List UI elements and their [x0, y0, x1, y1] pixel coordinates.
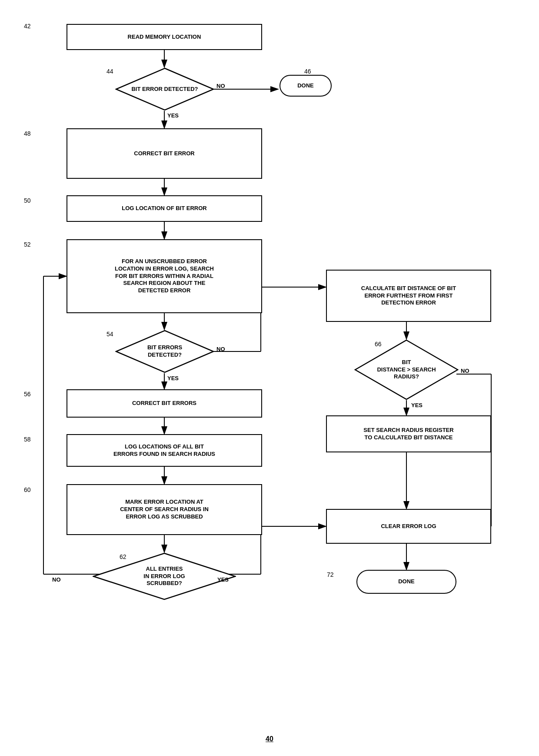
node-label-56: 56 — [24, 391, 31, 398]
node-done-2: DONE — [356, 570, 456, 594]
node-label-52: 52 — [24, 241, 31, 248]
node-all-entries-label: ALL ENTRIESIN ERROR LOGSCRUBBED? — [143, 565, 185, 588]
arrow-label-no1: NO — [216, 83, 225, 89]
node-set-search-radius: SET SEARCH RADIUS REGISTER TO CALCULATED… — [326, 415, 491, 452]
node-for-unscrubbed: FOR AN UNSCRUBBED ERROR LOCATION IN ERRO… — [67, 239, 262, 313]
node-label-60: 60 — [24, 486, 31, 493]
node-label-58: 58 — [24, 436, 31, 443]
node-correct-bit-errors: CORRECT BIT ERRORS — [67, 389, 262, 418]
node-log-location-label: LOG LOCATION OF BIT ERROR — [122, 205, 206, 212]
node-correct-bit-errors-label: CORRECT BIT ERRORS — [132, 400, 196, 407]
node-label-72: 72 — [327, 571, 334, 578]
node-clear-error-log: CLEAR ERROR LOG — [326, 509, 491, 544]
node-bit-error-detected-label: BIT ERROR DETECTED? — [131, 86, 198, 93]
node-done-1-label: DONE — [297, 82, 314, 90]
node-bit-errors-detected-label: BIT ERRORSDETECTED? — [147, 344, 182, 359]
node-calculate-bit-distance-label: CALCULATE BIT DISTANCE OF BIT ERROR FURT… — [361, 285, 456, 307]
node-bit-error-detected: BIT ERROR DETECTED? — [115, 67, 214, 111]
node-set-search-radius-label: SET SEARCH RADIUS REGISTER TO CALCULATED… — [363, 427, 453, 442]
node-correct-bit-error: CORRECT BIT ERROR — [67, 128, 262, 179]
diagram-container: 42 READ MEMORY LOCATION 44 BIT ERROR DET… — [0, 0, 539, 756]
node-bit-errors-detected: BIT ERRORSDETECTED? — [115, 330, 214, 373]
arrow-label-no4: NO — [461, 368, 469, 374]
node-clear-error-log-label: CLEAR ERROR LOG — [381, 523, 436, 530]
node-calculate-bit-distance: CALCULATE BIT DISTANCE OF BIT ERROR FURT… — [326, 270, 491, 322]
node-label-48: 48 — [24, 130, 31, 137]
node-done-2-label: DONE — [398, 578, 415, 585]
node-mark-error-location-label: MARK ERROR LOCATION AT CENTER OF SEARCH … — [120, 498, 209, 521]
node-label-54: 54 — [106, 331, 113, 338]
node-read-memory-label: READ MEMORY LOCATION — [128, 33, 201, 41]
node-read-memory: READ MEMORY LOCATION — [67, 24, 262, 50]
arrow-label-no3: NO — [52, 576, 61, 583]
node-label-44: 44 — [106, 68, 113, 75]
node-log-locations-all-label: LOG LOCATIONS OF ALL BIT ERRORS FOUND IN… — [113, 443, 215, 458]
node-bit-distance: BITDISTANCE > SEARCHRADIUS? — [354, 339, 459, 400]
node-done-1: DONE — [279, 75, 332, 97]
arrow-label-no2: NO — [216, 346, 225, 352]
node-bit-distance-label: BITDISTANCE > SEARCHRADIUS? — [377, 359, 436, 381]
arrow-label-yes2: YES — [167, 375, 179, 381]
fig-number-label: 40 — [266, 735, 273, 743]
node-correct-bit-error-label: CORRECT BIT ERROR — [134, 150, 194, 157]
arrow-label-yes1: YES — [167, 112, 179, 119]
node-log-locations-all: LOG LOCATIONS OF ALL BIT ERRORS FOUND IN… — [67, 434, 262, 467]
node-label-42: 42 — [24, 23, 31, 30]
node-log-location: LOG LOCATION OF BIT ERROR — [67, 195, 262, 222]
node-all-entries: ALL ENTRIESIN ERROR LOGSCRUBBED? — [93, 552, 236, 600]
node-label-46: 46 — [304, 68, 311, 75]
node-mark-error-location: MARK ERROR LOCATION AT CENTER OF SEARCH … — [67, 484, 262, 535]
fig-number: 40 — [266, 735, 273, 743]
node-for-unscrubbed-label: FOR AN UNSCRUBBED ERROR LOCATION IN ERRO… — [115, 258, 214, 294]
arrow-label-yes4: YES — [411, 402, 423, 408]
arrow-label-yes3: YES — [217, 576, 229, 583]
node-label-50: 50 — [24, 197, 31, 204]
